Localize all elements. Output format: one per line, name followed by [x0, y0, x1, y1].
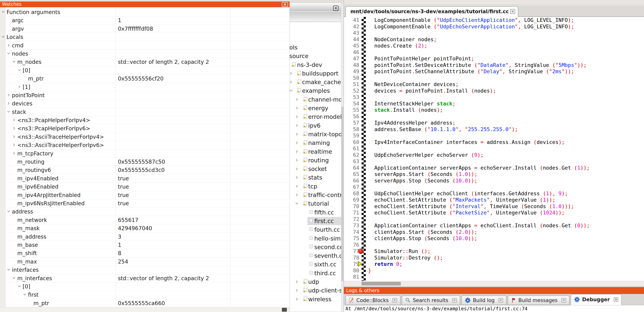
code-line[interactable]: 54 InternetStackHelper stack; — [344, 100, 644, 107]
watch-row[interactable]: first — [0, 291, 290, 299]
code-line[interactable]: 60 Ipv4InterfaceContainer interfaces = a… — [344, 139, 644, 146]
watch-row[interactable]: Function arguments — [0, 8, 290, 16]
code-line[interactable]: 63 — [344, 158, 644, 165]
editor-scrollbar-thumb[interactable] — [362, 282, 401, 285]
code-line[interactable]: 57 Ipv4AddressHelper address; — [344, 120, 644, 126]
code-line[interactable]: 81 — [344, 274, 644, 280]
tree-item-udp[interactable]: udp — [290, 278, 341, 286]
close-icon[interactable]: × — [614, 297, 618, 302]
expander-icon[interactable] — [12, 276, 16, 280]
code-line[interactable]: 66 serverApps.Stop (Seconds (10.0)); — [344, 177, 644, 184]
watch-row[interactable]: devices — [0, 99, 290, 108]
expander-icon[interactable] — [18, 68, 22, 72]
expander-icon[interactable] — [7, 110, 11, 114]
line-number[interactable]: 51 — [344, 81, 359, 88]
code-line[interactable]: 42 LogComponentEnable ("UdpEchoServerApp… — [344, 23, 644, 30]
line-number[interactable]: 41 — [344, 17, 359, 23]
logs-tab-search-results[interactable]: Search results× — [402, 296, 460, 305]
code-line[interactable]: 55 stack.Install (nodes); — [344, 107, 644, 113]
watch-row[interactable]: m_routing0x555555587c50 — [0, 158, 290, 166]
editor-horizontal-scrollbar[interactable] — [344, 281, 644, 286]
watch-row[interactable]: m_ptr0x55555556cf20 — [0, 75, 290, 83]
tree-item-tutorial[interactable]: tutorial — [290, 199, 341, 208]
expander-icon[interactable] — [295, 184, 298, 188]
line-number[interactable]: 43 — [344, 30, 359, 36]
line-number[interactable]: 52 — [344, 88, 359, 94]
tree-item-realtime[interactable]: realtime — [290, 147, 341, 156]
tree-item-matrix-topolo[interactable]: matrix-topolo — [290, 130, 341, 139]
watch-row[interactable]: m_ipv4ArpJitterEnabledtrue — [0, 191, 290, 199]
tree-item-fourth-cc[interactable]: fourth.cc — [290, 225, 341, 234]
watch-row[interactable]: pointToPoint — [0, 91, 290, 99]
watch-row[interactable]: m_base1 — [0, 241, 290, 249]
line-number[interactable]: 45 — [344, 42, 359, 49]
close-icon[interactable]: × — [452, 298, 457, 303]
expander-icon[interactable] — [295, 106, 298, 110]
tree-item-fifth-cc[interactable]: fifth.cc — [290, 208, 341, 217]
line-number[interactable]: 50 — [344, 75, 359, 81]
watch-row[interactable]: m_routingv60x5555555cd3c0 — [0, 166, 290, 174]
tree-item-second-cc[interactable]: second.cc — [290, 243, 341, 251]
watches-scrollbar-thumb[interactable] — [282, 308, 287, 312]
close-icon[interactable]: × — [392, 298, 397, 303]
line-number[interactable]: 72 — [344, 216, 359, 222]
watch-row[interactable]: m_nodesstd::vector of length 2, capacity… — [0, 58, 290, 66]
code-line[interactable]: 77 Simulator::Run (); — [344, 248, 644, 255]
expander-icon[interactable] — [295, 167, 298, 170]
logs-tab-debugger[interactable]: Debugger× — [571, 294, 622, 305]
tree-item-stats[interactable]: stats — [290, 173, 341, 182]
line-number[interactable]: 71 — [344, 209, 359, 216]
expander-icon[interactable] — [7, 43, 11, 47]
tree-item-cmake-cache[interactable]: cmake_cache — [290, 78, 341, 86]
watch-row[interactable]: m_ipv6NsRsJitterEnabledtrue — [0, 199, 290, 208]
line-number[interactable]: 59 — [344, 133, 359, 139]
expander-icon[interactable] — [7, 210, 11, 213]
line-number[interactable]: 74 — [344, 229, 359, 235]
code-line[interactable]: 78 Simulator::Destroy (); — [344, 255, 644, 261]
line-number[interactable]: 67 — [344, 184, 359, 190]
watch-row[interactable]: m_shift8 — [0, 249, 290, 257]
code-line[interactable]: 76 — [344, 242, 644, 248]
tree-scrollbar-thumb[interactable] — [342, 107, 343, 281]
code-line[interactable]: 73 ApplicationContainer clientApps = ech… — [344, 222, 644, 229]
close-icon[interactable]: × — [498, 298, 503, 303]
code-line[interactable]: 62 UdpEchoServerHelper echoServer (9); — [344, 152, 644, 158]
watch-row[interactable]: m_tcpFactory — [0, 150, 290, 158]
code-area[interactable]: 41 LogComponentEnable ("UdpEchoClientApp… — [344, 17, 644, 281]
watch-row[interactable]: [0] — [0, 66, 290, 75]
tree-item-seventh-cc[interactable]: seventh.cc — [290, 251, 341, 260]
watches-horizontal-scrollbar[interactable] — [0, 307, 290, 312]
watch-row[interactable]: argc1 — [0, 16, 290, 24]
expander-icon[interactable] — [295, 193, 298, 197]
tree-item-naming[interactable]: naming — [290, 139, 341, 147]
watch-row[interactable]: nodes — [0, 50, 290, 58]
code-line[interactable]: 41 LogComponentEnable ("UdpEchoClientApp… — [344, 17, 644, 23]
line-number[interactable]: 68 — [344, 190, 359, 197]
line-number[interactable]: 81 — [344, 274, 359, 280]
line-number[interactable]: 57 — [344, 120, 359, 126]
expander-icon[interactable] — [295, 98, 298, 101]
code-line[interactable]: 61 — [344, 145, 644, 152]
watch-row[interactable]: interfaces — [0, 266, 290, 274]
close-icon[interactable]: × — [510, 9, 515, 14]
tree-item-traffic-contro[interactable]: traffic-contro — [290, 191, 341, 199]
line-number[interactable]: 65 — [344, 171, 359, 177]
code-line[interactable]: 52 devices = pointToPoint.Install (nodes… — [344, 88, 644, 94]
line-number[interactable]: 80 — [344, 267, 359, 274]
line-number[interactable]: 58 — [344, 126, 359, 133]
expander-icon[interactable] — [295, 150, 298, 153]
watch-row[interactable]: m_max254 — [0, 258, 290, 266]
line-number[interactable]: 54 — [344, 100, 359, 107]
expander-icon[interactable] — [7, 268, 11, 272]
expander-icon[interactable] — [295, 133, 298, 136]
expander-icon[interactable] — [18, 285, 22, 289]
expander-icon[interactable] — [295, 158, 298, 162]
tree-item-tcp[interactable]: tcp — [290, 182, 341, 191]
tree-item-error-model[interactable]: error-model — [290, 113, 341, 121]
tree-item-first-cc[interactable]: first.cc — [290, 217, 341, 225]
code-line[interactable]: 70 echoClient.SetAttribute ("Interval", … — [344, 203, 644, 210]
watch-row[interactable]: <ns3::PcapHelperForIpv4> — [0, 116, 290, 124]
close-icon[interactable]: × — [333, 5, 338, 11]
watch-row[interactable]: m_mask4294967040 — [0, 224, 290, 232]
tree-item-third-cc[interactable]: third.cc — [290, 269, 341, 278]
